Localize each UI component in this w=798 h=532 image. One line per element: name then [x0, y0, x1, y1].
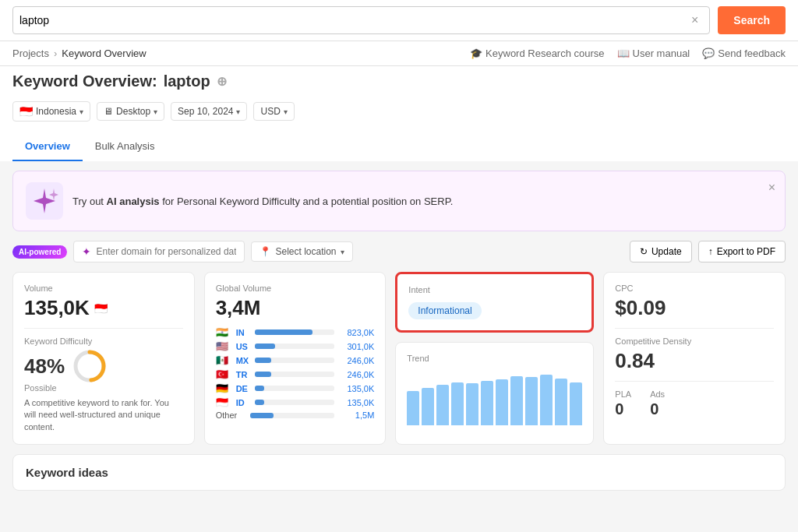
flag-TR: 🇹🇷	[216, 368, 231, 380]
breadcrumb-separator: ›	[54, 48, 57, 59]
desktop-icon: 🖥	[104, 106, 113, 117]
keyword-ideas-title: Keyword ideas	[26, 466, 772, 479]
top-bar: × Search	[0, 0, 798, 41]
update-button[interactable]: ↻ Update	[630, 241, 692, 262]
location-chevron-icon: ▾	[341, 248, 344, 256]
bar-row-MX: 🇲🇽 MX 246,0K	[216, 354, 375, 366]
location-label: Select location	[275, 246, 336, 257]
add-keyword-icon[interactable]: ⊕	[217, 74, 227, 89]
intent-trend-col: Intent Informational Trend	[395, 272, 594, 445]
export-icon: ↑	[708, 246, 713, 257]
pla-label: PLA	[615, 389, 631, 399]
send-feedback-link[interactable]: 💬 Send feedback	[702, 48, 786, 59]
date-label: Sep 10, 2024	[178, 106, 233, 117]
intent-badge: Informational	[408, 302, 481, 319]
trend-bar-2	[436, 385, 449, 425]
tab-overview[interactable]: Overview	[12, 132, 83, 161]
book-icon: 📖	[617, 48, 630, 59]
breadcrumb-projects[interactable]: Projects	[12, 48, 49, 59]
bar-track-TR	[255, 372, 335, 377]
currency-label: USD	[260, 106, 280, 117]
action-bar: AI-powered ✦ 📍 Select location ▾ ↻ Updat…	[12, 241, 786, 262]
refresh-icon: ↻	[640, 246, 648, 257]
comp-density-value: 0.84	[615, 349, 774, 373]
bar-fill-other	[250, 413, 274, 418]
code-IN: IN	[236, 328, 250, 337]
user-manual-link[interactable]: 📖 User manual	[617, 48, 690, 59]
val-ID: 135,0K	[339, 398, 374, 407]
intent-card: Intent Informational	[395, 272, 594, 333]
kd-circle	[72, 349, 107, 383]
bar-track-MX	[255, 358, 335, 363]
pla-value: 0	[615, 400, 623, 417]
trend-bar-0	[407, 391, 419, 425]
header-section: Keyword Overview: laptop ⊕ 🇮🇩 Indonesia …	[0, 66, 798, 161]
currency-chevron-icon: ▾	[284, 107, 288, 116]
cpc-value: $0.09	[615, 296, 774, 320]
tabs-row: Overview Bulk Analysis	[12, 132, 786, 161]
trend-label: Trend	[407, 354, 582, 363]
search-wrapper: ×	[12, 6, 710, 34]
kd-row: 48%	[24, 349, 183, 383]
metrics-card: CPC $0.09 Competitive Density 0.84 PLA 0…	[603, 272, 786, 445]
trend-bar-10	[555, 379, 567, 425]
location-button[interactable]: 📍 Select location ▾	[251, 241, 352, 262]
pla-item: PLA 0	[615, 389, 631, 418]
val-TR: 246,0K	[339, 370, 374, 379]
flag-DE: 🇩🇪	[216, 382, 231, 394]
export-button[interactable]: ↑ Export to PDF	[698, 241, 786, 262]
search-input[interactable]	[19, 14, 691, 26]
trend-bar-7	[510, 376, 523, 425]
bar-row-TR: 🇹🇷 TR 246,0K	[216, 368, 375, 380]
trend-bar-3	[451, 382, 464, 425]
other-label: Other	[216, 410, 245, 420]
val-IN: 823,0K	[339, 328, 374, 337]
filters-row: 🇮🇩 Indonesia ▾ 🖥 Desktop ▾ Sep 10, 2024 …	[12, 97, 786, 126]
volume-value: 135,0K 🇮🇩	[24, 296, 183, 320]
device-chevron-icon: ▾	[154, 107, 157, 116]
chat-icon: 💬	[702, 48, 715, 59]
bar-fill-ID	[255, 400, 264, 405]
country-chevron-icon: ▾	[79, 107, 83, 116]
val-US: 301,0K	[339, 342, 374, 351]
search-button[interactable]: Search	[718, 6, 786, 34]
bar-row-US: 🇺🇸 US 301,0K	[216, 340, 375, 352]
device-filter[interactable]: 🖥 Desktop ▾	[97, 102, 164, 121]
tab-bulk-analysis[interactable]: Bulk Analysis	[83, 132, 168, 161]
country-filter[interactable]: 🇮🇩 Indonesia ▾	[12, 101, 90, 122]
bar-fill-US	[255, 344, 276, 349]
volume-card: Volume 135,0K 🇮🇩 Keyword Difficulty 48% …	[12, 272, 195, 445]
content-area: Try out AI analysis for Personal Keyword…	[0, 161, 798, 500]
bar-track-other	[250, 413, 335, 418]
bar-row-DE: 🇩🇪 DE 135,0K	[216, 382, 375, 394]
val-other: 1,5M	[339, 410, 374, 420]
ai-sparkle-icon	[26, 182, 63, 220]
export-label: Export to PDF	[717, 246, 775, 257]
kw-course-link[interactable]: 🎓 Keyword Research course	[470, 48, 604, 59]
send-feedback-label: Send feedback	[718, 48, 786, 59]
graduation-cap-icon: 🎓	[470, 48, 482, 59]
trend-card: Trend	[395, 342, 594, 445]
code-DE: DE	[236, 384, 250, 393]
ai-powered-badge: AI-powered	[12, 245, 67, 259]
bar-fill-TR	[255, 372, 272, 377]
ai-banner-text: Try out AI analysis for Personal Keyword…	[72, 196, 772, 207]
currency-filter[interactable]: USD ▾	[253, 102, 294, 121]
trend-bar-5	[481, 381, 493, 425]
global-volume-label: Global Volume	[216, 284, 375, 293]
bar-fill-IN	[255, 329, 312, 335]
update-label: Update	[651, 246, 682, 257]
val-MX: 246,0K	[339, 356, 374, 365]
ai-banner-close-icon[interactable]: ×	[768, 181, 775, 195]
search-clear-icon[interactable]: ×	[691, 13, 698, 27]
date-filter[interactable]: Sep 10, 2024 ▾	[171, 102, 247, 121]
location-pin-icon: 📍	[260, 246, 271, 257]
domain-input[interactable]	[96, 246, 236, 257]
cards-grid: Volume 135,0K 🇮🇩 Keyword Difficulty 48% …	[12, 272, 786, 445]
sparkle-icon: ✦	[82, 245, 91, 258]
breadcrumb-bar: Projects › Keyword Overview 🎓 Keyword Re…	[0, 41, 798, 66]
bar-fill-DE	[255, 386, 264, 391]
kd-tag: Possible	[24, 383, 183, 393]
cpc-label: CPC	[615, 284, 774, 293]
kd-value: 48%	[24, 354, 65, 379]
